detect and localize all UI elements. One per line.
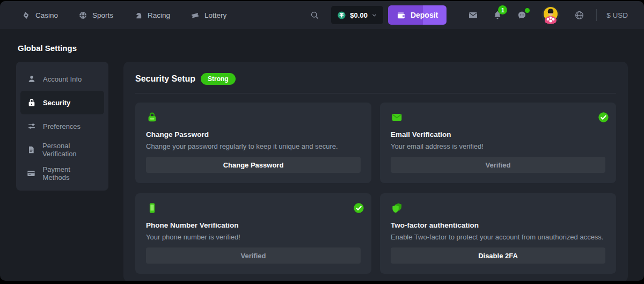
- card-two-factor-auth: Two-factor authentication Enable Two-fac…: [380, 193, 616, 274]
- verified-check-icon: [353, 202, 364, 214]
- envelope-green-icon: [391, 111, 605, 123]
- deposit-button[interactable]: Deposit: [388, 5, 447, 25]
- nav-label: Lottery: [204, 11, 226, 19]
- security-setup-panel: Security Setup Strong Change Password Ch…: [123, 62, 628, 281]
- topbar-icons: 1: [468, 6, 584, 24]
- chat-online-dot: [525, 8, 530, 13]
- disable-2fa-button[interactable]: Disable 2FA: [391, 247, 605, 264]
- card-description: Change your password regularly to keep i…: [146, 142, 361, 150]
- currency-selector[interactable]: $ USD: [606, 11, 628, 19]
- email-verified-button[interactable]: Verified: [391, 157, 605, 173]
- panel-title: Security Setup: [135, 74, 195, 84]
- sidebar-item-label: Preferences: [43, 122, 80, 130]
- card-title: Email Verification: [391, 130, 605, 139]
- panel-header: Security Setup Strong: [135, 73, 616, 93]
- card-description: Your phone number is verified!: [146, 233, 361, 241]
- sidebar-item-label: Personal Verification: [42, 142, 98, 158]
- basketball-icon: [78, 11, 87, 20]
- nav-item-casino[interactable]: Casino: [21, 11, 58, 20]
- chevron-down-icon: [371, 12, 377, 18]
- settings-sidebar: Account Info Security Preferences: [16, 62, 108, 191]
- chat-icon[interactable]: [517, 10, 527, 20]
- user-avatar[interactable]: [541, 6, 560, 24]
- nav-item-racing[interactable]: Racing: [134, 11, 170, 20]
- mail-icon[interactable]: [468, 10, 478, 20]
- phone-green-icon: [146, 202, 361, 214]
- sidebar-item-label: Security: [43, 99, 70, 107]
- page-title: Global Settings: [18, 43, 628, 53]
- card-change-password: Change Password Change your password reg…: [135, 103, 371, 183]
- change-password-button[interactable]: Change Password: [146, 157, 361, 173]
- topbar: Casino Sports Racing Lottery: [0, 1, 644, 29]
- sidebar-item-label: Account Info: [43, 75, 82, 83]
- card-phone-verification: Phone Number Verification Your phone num…: [135, 193, 371, 274]
- sliders-icon: [27, 122, 36, 130]
- security-strength-badge: Strong: [201, 73, 236, 85]
- sidebar-item-security[interactable]: Security: [20, 91, 104, 114]
- sidebar-item-personal-verification[interactable]: Personal Verification: [20, 138, 104, 162]
- tether-icon: [337, 11, 346, 20]
- sidebar-item-preferences[interactable]: Preferences: [20, 114, 104, 138]
- nav-label: Casino: [35, 11, 58, 19]
- lock-icon: [27, 98, 36, 107]
- ticket-icon: [191, 11, 200, 20]
- card-description: Enable Two-factor to protect your accoun…: [391, 233, 605, 241]
- topbar-divider: [596, 9, 597, 21]
- sidebar-item-account-info[interactable]: Account Info: [20, 67, 104, 91]
- balance-amount: $0.00: [350, 11, 368, 19]
- deposit-label: Deposit: [411, 11, 438, 19]
- card-title: Change Password: [146, 130, 361, 139]
- search-icon[interactable]: [310, 10, 319, 20]
- security-cards: Change Password Change your password reg…: [135, 103, 616, 274]
- verified-check-icon: [598, 112, 609, 123]
- app-screen: Casino Sports Racing Lottery: [0, 1, 644, 281]
- globe-language-icon[interactable]: [574, 10, 584, 20]
- card-description: Your email address is verified!: [391, 142, 605, 150]
- main-nav: Casino Sports Racing Lottery: [21, 11, 226, 20]
- nav-item-lottery[interactable]: Lottery: [191, 11, 226, 20]
- credit-card-icon: [27, 169, 36, 178]
- balance-selector[interactable]: $0.00: [331, 6, 383, 24]
- phone-verified-button[interactable]: Verified: [146, 247, 361, 264]
- shields-green-icon: [391, 202, 605, 214]
- wallet-icon: [397, 11, 406, 20]
- nav-item-sports[interactable]: Sports: [78, 11, 113, 20]
- nav-label: Sports: [92, 11, 113, 19]
- sidebar-item-payment-methods[interactable]: Payment Methods: [20, 162, 104, 185]
- card-title: Two-factor authentication: [391, 221, 605, 229]
- lock-green-icon: [146, 111, 361, 123]
- user-icon: [27, 75, 36, 83]
- card-email-verification: Email Verification Your email address is…: [380, 103, 616, 183]
- horse-icon: [134, 11, 143, 20]
- sidebar-item-label: Payment Methods: [43, 165, 98, 181]
- nav-label: Racing: [148, 11, 170, 19]
- casino-chip-icon: [21, 11, 31, 20]
- document-icon: [27, 145, 35, 154]
- notification-count-badge: 1: [498, 5, 507, 14]
- card-title: Phone Number Verification: [146, 221, 361, 229]
- notifications-bell-icon[interactable]: 1: [493, 10, 502, 20]
